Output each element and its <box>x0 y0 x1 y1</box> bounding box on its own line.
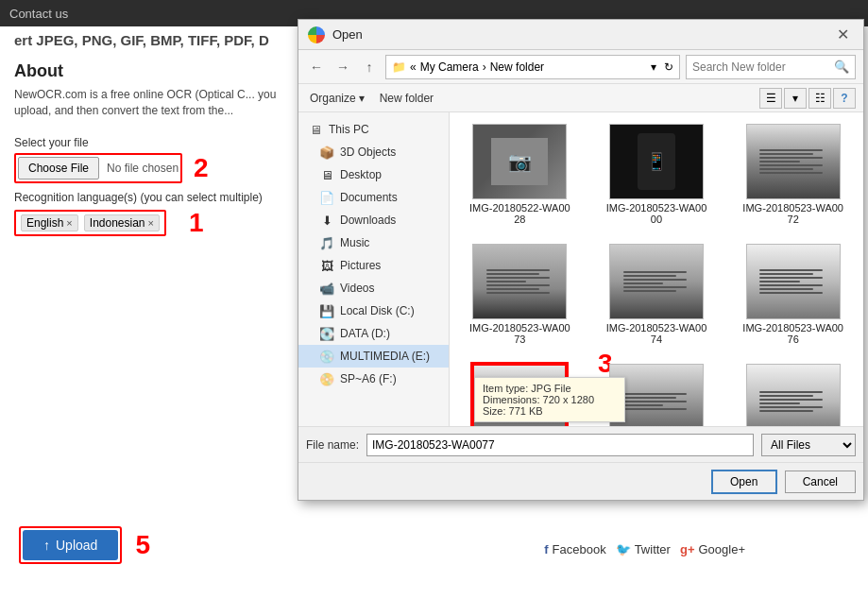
twitter-icon: 🐦 <box>616 542 631 556</box>
step-1-badge: 1 <box>189 208 204 238</box>
lang-tags-box: English × Indonesian × <box>14 210 166 236</box>
up-icon: ↑ <box>366 60 373 75</box>
path-newfolder[interactable]: New folder <box>490 60 544 74</box>
organize-arrow-icon: ▾ <box>359 92 365 105</box>
desktop-icon: 🖥 <box>319 167 334 182</box>
file-thumb-wa0074 <box>609 244 704 319</box>
lang-tag-indonesian-remove[interactable]: × <box>148 217 154 229</box>
file-item-wa0074[interactable]: IMG-20180523-WA0074 <box>592 238 722 351</box>
dialog-close-button[interactable]: ✕ <box>831 24 854 46</box>
new-folder-label: New folder <box>380 92 434 105</box>
sidebar-item-multimedia-e[interactable]: 💿 MULTIMEDIA (E:) <box>298 345 449 368</box>
open-button[interactable]: Open <box>711 470 777 494</box>
music-icon: 🎵 <box>319 235 334 250</box>
organize-label: Organize <box>310 92 356 105</box>
sidebar-item-desktop[interactable]: 🖥 Desktop <box>298 163 449 186</box>
nav-forward-button[interactable]: → <box>332 57 353 77</box>
file-item-wa0000[interactable]: 📱 IMG-20180523-WA0000 <box>592 118 722 231</box>
file-item-wa0028[interactable]: 📷 IMG-20180522-WA0028 <box>455 118 585 231</box>
sidebar-item-3d-objects[interactable]: 📦 3D Objects <box>298 141 449 163</box>
file-item-wa0079[interactable]: IMG-20180523-WA0079 <box>728 358 858 426</box>
lang-tag-indonesian[interactable]: Indonesian × <box>84 214 160 231</box>
dialog-buttons-row: Open Cancel 4 <box>298 462 863 500</box>
google-icon: g+ <box>680 542 695 556</box>
file-item-wa0077[interactable]: IMG-20180523-WA0077 Item type: JPG File … <box>455 358 585 426</box>
documents-icon: 📄 <box>319 190 334 205</box>
google-label: Google+ <box>698 542 745 556</box>
choose-file-button[interactable]: Choose File <box>18 157 99 180</box>
file-item-wa0076[interactable]: IMG-20180523-WA0076 <box>728 238 858 351</box>
refresh-icon[interactable]: ↻ <box>664 60 673 74</box>
file-label-wa0074: IMG-20180523-WA0074 <box>604 322 708 345</box>
view-grid-dropdown[interactable]: ▾ <box>784 88 807 109</box>
sidebar-item-local-disk[interactable]: 💾 Local Disk (C:) <box>298 299 449 322</box>
filename-label: File name: <box>306 438 359 452</box>
filetype-select[interactable]: All Files <box>761 434 856 456</box>
music-label: Music <box>340 236 369 249</box>
about-text: NewOCR.com is a free online OCR (Optical… <box>14 87 307 119</box>
multimedia-e-icon: 💿 <box>319 349 334 364</box>
sidebar-item-pictures[interactable]: 🖼 Pictures <box>298 254 449 277</box>
sidebar-item-this-pc[interactable]: 🖥 This PC <box>298 118 449 141</box>
file-thumb-wa0076 <box>746 244 841 319</box>
lang-tag-english-remove[interactable]: × <box>66 217 72 229</box>
bg-title: Contact us <box>9 7 68 21</box>
dialog-filename-row: File name: All Files <box>298 426 863 462</box>
downloads-icon: ⬇ <box>319 213 334 228</box>
desktop-label: Desktop <box>340 168 382 181</box>
twitter-btn[interactable]: 🐦 Twitter <box>616 542 671 556</box>
sidebar-item-downloads[interactable]: ⬇ Downloads <box>298 209 449 231</box>
file-item-wa0073[interactable]: IMG-20180523-WA0073 <box>455 238 585 351</box>
file-label-wa0076: IMG-20180523-WA0076 <box>741 322 845 345</box>
upload-button[interactable]: ↑ Upload <box>23 530 118 560</box>
dialog-title-text: Open <box>332 27 363 42</box>
view-detail-button[interactable]: ☷ <box>808 88 831 109</box>
cancel-button[interactable]: Cancel <box>785 471 856 493</box>
dropdown-arrow[interactable]: ▾ <box>651 60 656 74</box>
dialog-titlebar: Open ✕ <box>298 20 863 50</box>
videos-label: Videos <box>340 282 374 295</box>
lang-tag-english[interactable]: English × <box>21 214 78 231</box>
path-camera[interactable]: My Camera <box>420 60 479 74</box>
help-button[interactable]: ? <box>833 88 856 109</box>
organize-button[interactable]: Organize ▾ <box>306 90 368 107</box>
sidebar-item-sp-a6[interactable]: 📀 SP~A6 (F:) <box>298 368 449 390</box>
dialog-sidebar: 🖥 This PC 📦 3D Objects 🖥 Desktop 📄 Docum… <box>298 112 450 426</box>
local-disk-icon: 💾 <box>319 303 334 318</box>
file-label-wa0000: IMG-20180523-WA0000 <box>604 202 708 225</box>
dialog-body: 🖥 This PC 📦 3D Objects 🖥 Desktop 📄 Docum… <box>298 112 863 426</box>
file-thumb-wa0073 <box>472 244 567 319</box>
path-separator: « <box>410 60 417 74</box>
file-label-wa0073: IMG-20180523-WA0073 <box>468 322 571 345</box>
nav-up-button[interactable]: ↑ <box>359 57 380 77</box>
nav-back-button[interactable]: ← <box>306 57 327 77</box>
google-btn[interactable]: g+ Google+ <box>680 542 745 556</box>
sidebar-item-documents[interactable]: 📄 Documents <box>298 186 449 209</box>
sidebar-item-data-d[interactable]: 💽 DATA (D:) <box>298 322 449 345</box>
sidebar-item-videos[interactable]: 📹 Videos <box>298 277 449 299</box>
facebook-label: Facebook <box>553 542 606 556</box>
folder-icon: 📁 <box>392 60 406 74</box>
data-d-icon: 💽 <box>319 326 334 341</box>
tooltip-size: Size: 771 KB <box>483 405 617 417</box>
view-buttons: ☰ ▾ ☷ ? <box>759 88 856 109</box>
facebook-btn[interactable]: f Facebook <box>544 542 605 556</box>
sidebar-item-music[interactable]: 🎵 Music <box>298 231 449 254</box>
new-folder-button[interactable]: New folder <box>376 90 437 107</box>
this-pc-label: This PC <box>329 123 369 136</box>
search-box: 🔍 <box>686 55 856 79</box>
3d-objects-icon: 📦 <box>319 145 334 160</box>
file-item-wa0072[interactable]: IMG-20180523-WA0072 <box>728 118 858 231</box>
twitter-label: Twitter <box>635 542 671 556</box>
pictures-icon: 🖼 <box>319 258 334 273</box>
file-thumb-wa0079 <box>746 364 841 426</box>
file-label-wa0072: IMG-20180523-WA0072 <box>741 202 845 225</box>
filename-input[interactable] <box>366 434 754 456</box>
view-list-button[interactable]: ☰ <box>759 88 782 109</box>
search-input[interactable] <box>692 60 830 74</box>
back-icon: ← <box>310 60 323 75</box>
search-icon: 🔍 <box>834 60 849 74</box>
local-disk-label: Local Disk (C:) <box>340 304 415 317</box>
step-2-badge: 2 <box>194 153 209 183</box>
social-row: f Facebook 🐦 Twitter g+ Google+ <box>544 542 745 556</box>
